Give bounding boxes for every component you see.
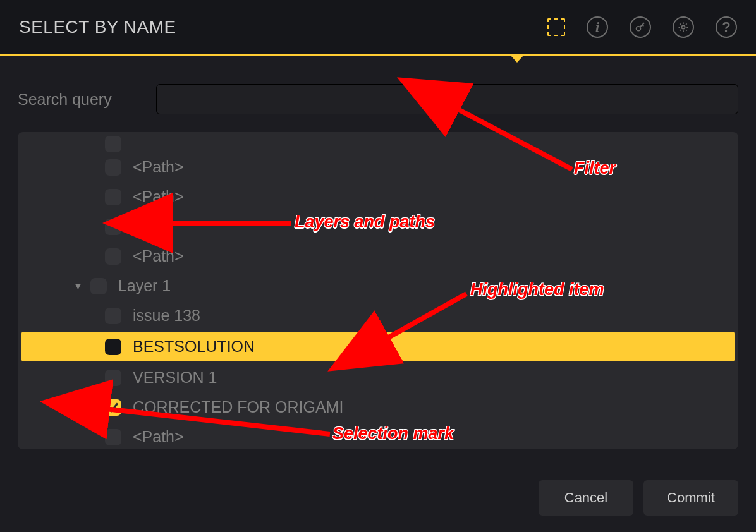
- list-item[interactable]: issue 138: [18, 301, 738, 330]
- page-title: SELECT BY NAME: [19, 17, 176, 37]
- key-icon[interactable]: [630, 16, 651, 38]
- search-row: Search query: [18, 84, 738, 114]
- checkbox[interactable]: [105, 429, 121, 445]
- checkbox[interactable]: [105, 248, 121, 265]
- header-icon-group: i ?: [547, 16, 737, 38]
- search-label: Search query: [18, 90, 112, 109]
- list-item[interactable]: BESTSOLUTION: [21, 332, 735, 361]
- checkbox[interactable]: [90, 278, 107, 294]
- list-item[interactable]: VERSION 1: [18, 363, 738, 392]
- list-item-label: BESTSOLUTION: [133, 337, 255, 356]
- checkbox[interactable]: [105, 308, 121, 324]
- list-item-label: Layer 1: [118, 277, 171, 295]
- list-item[interactable]: [18, 136, 738, 152]
- help-icon[interactable]: ?: [716, 16, 737, 38]
- list-item[interactable]: <Path>: [18, 422, 738, 449]
- list-item-label: <Path>: [133, 188, 184, 206]
- list-item[interactable]: CORRECTED FOR ORIGAMI: [18, 392, 738, 422]
- layer-list-panel: <Path><Path>90<Path>▼Layer 1issue 138BES…: [18, 132, 738, 449]
- checkbox[interactable]: [105, 136, 121, 152]
- list-item-label: <Path>: [133, 428, 184, 446]
- info-icon[interactable]: i: [587, 16, 608, 38]
- selection-marquee-icon[interactable]: [547, 18, 565, 36]
- list-item-label: CORRECTED FOR ORIGAMI: [133, 398, 343, 416]
- list-item[interactable]: <Path>: [18, 152, 738, 182]
- commit-button[interactable]: Commit: [643, 480, 738, 516]
- header-bar: SELECT BY NAME i ?: [0, 0, 756, 56]
- list-item-label: <Path>: [133, 158, 184, 176]
- checkbox[interactable]: [105, 399, 121, 416]
- list-item-label: <Path>: [133, 247, 184, 265]
- checkbox[interactable]: [105, 219, 121, 235]
- checkbox[interactable]: [105, 370, 121, 386]
- gear-icon[interactable]: [673, 16, 694, 38]
- search-input[interactable]: [156, 84, 738, 114]
- checkbox[interactable]: [105, 189, 121, 205]
- dialog-footer: Cancel Commit: [539, 480, 738, 516]
- svg-point-1: [681, 25, 685, 28]
- checkbox[interactable]: [105, 159, 121, 176]
- list-item[interactable]: 90: [18, 212, 738, 241]
- checkbox[interactable]: [105, 339, 121, 355]
- cancel-button[interactable]: Cancel: [539, 480, 633, 516]
- list-item-label: issue 138: [133, 306, 200, 325]
- list-item[interactable]: <Path>: [18, 241, 738, 271]
- list-item-label: 90: [133, 217, 150, 236]
- list-item[interactable]: <Path>: [18, 182, 738, 212]
- list-item[interactable]: ▼Layer 1: [18, 271, 738, 301]
- list-item-label: VERSION 1: [133, 368, 217, 387]
- expander-icon[interactable]: ▼: [73, 281, 83, 291]
